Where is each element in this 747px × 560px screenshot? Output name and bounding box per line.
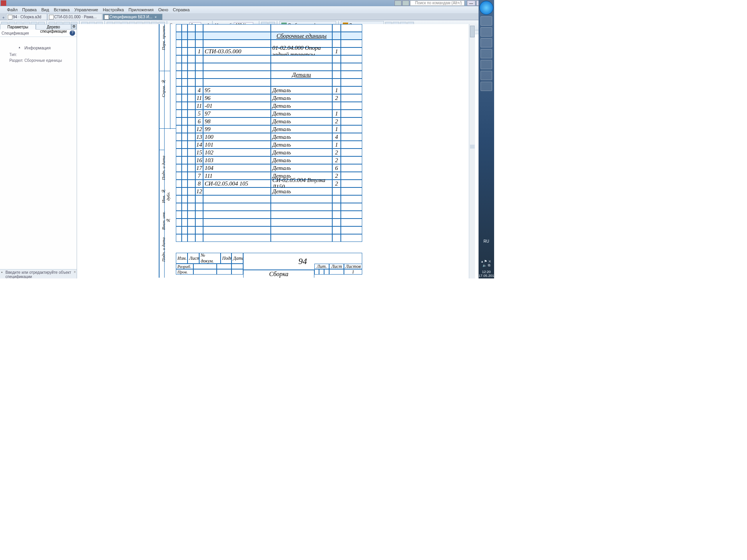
spec-cell[interactable] [182,71,188,79]
menu-file[interactable]: Файл [7,7,18,12]
doc-tab-1[interactable]: 94 · Сборка.a3d [6,14,47,20]
spec-cell[interactable] [341,172,362,180]
spec-cell[interactable]: Деталь [271,156,332,164]
spec-cell[interactable] [341,195,362,203]
spec-cell[interactable]: 6 [332,164,341,172]
spec-cell[interactable]: 102 [203,149,271,156]
spec-cell[interactable] [176,47,182,55]
start-button[interactable] [479,1,493,15]
spec-cell[interactable] [332,71,341,79]
spec-cell[interactable] [188,47,195,55]
spec-cell[interactable] [176,211,182,219]
spec-cell[interactable] [195,63,203,71]
spec-cell[interactable] [341,203,362,211]
spec-cell[interactable]: 01-02.04.000 Опора задней траверсы [271,47,332,55]
spec-cell[interactable]: 98 [203,117,271,125]
spec-cell[interactable] [182,32,188,40]
menu-help[interactable]: Справка [173,7,189,12]
spec-cell[interactable] [182,102,188,110]
spec-cell[interactable]: Деталь [271,164,332,172]
spec-cell[interactable]: 1 [332,110,341,117]
spec-cell[interactable]: Деталь [271,94,332,102]
spec-cell[interactable]: 11 [195,102,203,110]
spec-cell[interactable]: Деталь [271,187,332,195]
spec-cell[interactable] [195,24,203,32]
new-tab-button[interactable]: + [1,16,6,20]
spec-cell[interactable] [332,32,341,40]
spec-cell[interactable]: 11 [195,94,203,102]
spec-cell[interactable] [182,40,188,47]
spec-cell[interactable] [203,219,271,226]
spec-cell[interactable]: 2 [332,180,341,187]
spec-cell[interactable] [176,71,182,79]
spec-cell[interactable] [176,164,182,172]
spec-cell[interactable] [203,203,271,211]
lp-tab-params[interactable]: Параметры [0,24,36,30]
spec-cell[interactable] [332,219,341,226]
scroll-thumb[interactable] [470,26,475,37]
spec-cell[interactable]: 8 [195,180,203,187]
spec-cell[interactable] [182,234,188,242]
spec-cell[interactable] [203,24,271,32]
spec-cell[interactable] [188,226,195,234]
spec-cell[interactable] [188,211,195,219]
menu-view[interactable]: Вид [41,7,49,12]
spec-cell[interactable] [195,219,203,226]
spec-cell[interactable]: 6 [195,117,203,125]
spec-cell[interactable] [182,133,188,141]
spec-cell[interactable] [176,195,182,203]
spec-cell[interactable] [203,234,271,242]
spec-cell[interactable] [203,32,271,40]
task-item-3[interactable] [480,38,492,47]
spec-cell[interactable] [271,211,332,219]
spec-cell[interactable]: 103 [203,156,271,164]
spec-cell[interactable] [341,219,362,226]
spec-cell[interactable] [176,86,182,94]
spec-cell[interactable] [176,234,182,242]
spec-cell[interactable] [188,149,195,156]
spec-cell[interactable] [188,219,195,226]
task-item-5[interactable] [480,60,492,69]
spec-cell[interactable] [195,234,203,242]
spec-cell[interactable] [182,187,188,195]
spec-cell[interactable] [203,63,271,71]
task-item-6[interactable] [480,71,492,80]
spec-cell[interactable] [176,133,182,141]
spec-cell[interactable]: 13 [195,133,203,141]
spec-cell[interactable] [332,195,341,203]
spec-cell[interactable] [188,195,195,203]
spec-cell[interactable]: СТИ-03.05.000 [203,47,271,55]
doc-tab-2[interactable]: СТИ-03.01.000 · Рама... [47,14,102,20]
spec-cell[interactable] [176,125,182,133]
spec-cell[interactable] [188,156,195,164]
menu-insert[interactable]: Вставка [54,7,70,12]
spec-cell[interactable] [182,125,188,133]
spec-cell[interactable] [176,219,182,226]
status-close-icon[interactable]: × [74,270,76,274]
menu-apps[interactable]: Приложения [128,7,153,12]
spec-cell[interactable]: 1 [332,47,341,55]
lp-section-info[interactable]: Информация [0,42,77,52]
spec-cell[interactable] [332,226,341,234]
spec-cell[interactable]: 2 [332,156,341,164]
spec-cell[interactable] [176,40,182,47]
spec-cell[interactable] [188,102,195,110]
spec-cell[interactable] [332,40,341,47]
spec-cell[interactable]: -01 [203,102,271,110]
spec-cell[interactable] [176,141,182,149]
spec-cell[interactable]: Деталь [271,102,332,110]
spec-cell[interactable] [182,219,188,226]
spec-cell[interactable] [341,156,362,164]
spec-cell[interactable] [341,226,362,234]
spec-cell[interactable] [182,180,188,187]
spec-cell[interactable] [188,71,195,79]
spec-cell[interactable] [188,63,195,71]
spec-cell[interactable] [176,32,182,40]
spec-cell[interactable] [182,203,188,211]
spec-cell[interactable] [341,40,362,47]
spec-cell[interactable] [195,203,203,211]
spec-cell[interactable] [271,63,332,71]
spec-cell[interactable] [332,187,341,195]
spec-cell[interactable] [341,180,362,187]
spec-cell[interactable] [188,180,195,187]
